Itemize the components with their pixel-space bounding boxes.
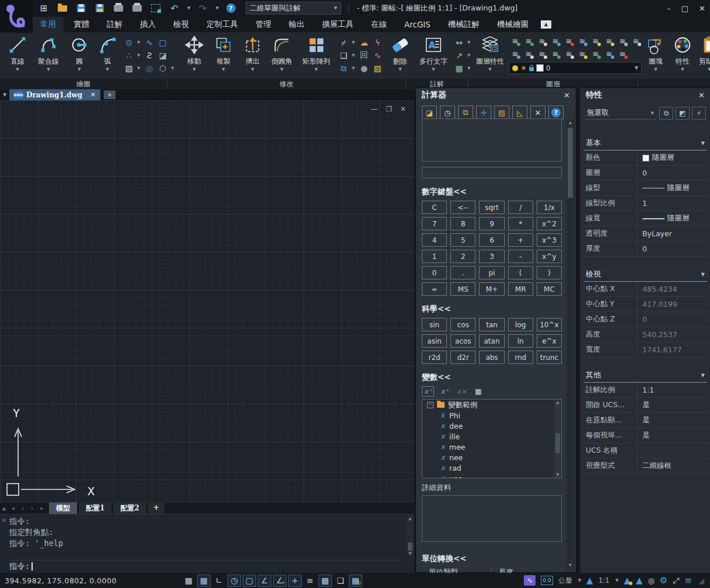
calc-key-*[interactable]: * — [508, 217, 533, 230]
calc-key-0[interactable]: 0 — [422, 266, 447, 279]
scroll-up-icon[interactable]: ▲ — [407, 516, 414, 522]
scroll-down-icon[interactable]: ▼ — [566, 562, 574, 569]
section-header-基本[interactable]: 基本▼ — [583, 136, 707, 150]
calc-key-9[interactable]: 9 — [479, 217, 504, 230]
prev-layout-icon[interactable]: ‹ — [19, 505, 27, 512]
calc-key-x^y[interactable]: x^y — [537, 250, 562, 263]
property-value[interactable]: 是 — [637, 428, 707, 443]
chevron-down-icon[interactable]: ▼ — [280, 67, 283, 72]
variable-row-dee[interactable]: xdee — [422, 421, 561, 431]
polyline-button[interactable]: 聚合線▼ — [32, 32, 65, 78]
layout-tab-配置2[interactable]: 配置2 — [113, 502, 146, 514]
layout-tab-模型[interactable]: 模型 — [49, 502, 77, 514]
calc-key-M+[interactable]: M+ — [479, 282, 504, 296]
table-button[interactable]: ▦ — [454, 63, 464, 74]
chevron-down-icon[interactable]: ▼ — [681, 67, 684, 72]
calculator-close-icon[interactable]: ✕ — [564, 91, 570, 100]
doc-minimize-button[interactable]: — — [370, 105, 377, 113]
redo-button[interactable]: ↷ — [196, 2, 209, 14]
calc-key-pi[interactable]: pi — [479, 266, 504, 279]
unit-conversion-label[interactable]: 單位轉換<< — [422, 554, 562, 564]
new-variable-icon[interactable]: x⁺ — [422, 386, 434, 397]
calc-key-atan[interactable]: atan — [479, 334, 504, 348]
document-tab-close-icon[interactable]: ✕ — [90, 91, 96, 99]
leader-button[interactable]: ↗ — [454, 50, 464, 61]
property-value[interactable]: 二維線框 — [637, 459, 707, 473]
circle-button[interactable]: 圓▼ — [65, 32, 93, 78]
chevron-down-icon[interactable]: ▼ — [137, 53, 141, 58]
undo-button[interactable]: ↶ — [168, 2, 181, 14]
chevron-down-icon[interactable]: ▼ — [352, 66, 356, 71]
property-value[interactable] — [637, 443, 707, 458]
layer-tool-icon-0-8[interactable]: ≋ — [616, 35, 629, 47]
scientific-section-label[interactable]: 科學<< — [422, 304, 562, 314]
calc-key-<--[interactable]: <-- — [450, 201, 475, 214]
calc-key-4[interactable]: 4 — [422, 233, 447, 247]
calc-key-MR[interactable]: MR — [508, 282, 533, 296]
point-button[interactable]: ∴ — [124, 50, 134, 61]
layer-tool-icon-0-5[interactable]: ≋ — [576, 35, 589, 47]
chevron-down-icon[interactable]: ▼ — [251, 67, 254, 72]
annotation-monitor-icon[interactable]: ▦↻ — [349, 575, 362, 587]
chevron-down-icon[interactable]: ▼ — [708, 67, 710, 72]
units-display-icon[interactable]: 0.0 — [541, 576, 552, 585]
command-scrollbar[interactable]: ▲ ▼ — [407, 516, 414, 556]
chevron-down-icon[interactable]: ▼ — [137, 66, 141, 71]
property-value[interactable]: 1741.6177 — [637, 342, 707, 357]
layer-dropdown[interactable]: ☀ 0 ▼ — [509, 62, 642, 74]
chevron-down-icon[interactable]: ▼ — [314, 67, 317, 72]
save-button[interactable] — [75, 2, 88, 14]
ribbon-tab-ArcGIS[interactable]: ArcGIS — [397, 18, 438, 32]
annotation-scale-icon[interactable]: ▲ — [586, 576, 593, 585]
calc-key-/[interactable]: / — [508, 201, 533, 214]
calc-key-sin[interactable]: sin — [422, 318, 447, 331]
calc-key-1/x[interactable]: 1/x — [537, 201, 562, 214]
ribbon-tab-機械註解[interactable]: 機械註解 — [440, 17, 487, 32]
donut-button[interactable]: ◎ — [144, 63, 155, 74]
chevron-down-icon[interactable]: ▼ — [193, 67, 195, 72]
calculator-input-box[interactable] — [422, 167, 562, 178]
chevron-down-icon[interactable]: ▼ — [78, 67, 81, 72]
ribbon-collapse-button[interactable]: ▲ — [541, 20, 551, 29]
chevron-down-icon[interactable]: ▼ — [701, 272, 705, 277]
scroll-up-icon[interactable]: ▲ — [566, 120, 574, 126]
variables-section-label[interactable]: 變數<< — [422, 372, 562, 383]
dynamic-ucs-icon[interactable]: ❏ — [334, 575, 347, 587]
layer-tool-icon-1-3[interactable]: ≋ — [549, 48, 562, 60]
section-header-其他[interactable]: 其他▼ — [583, 368, 707, 383]
chevron-down-icon[interactable]: ▼ — [222, 67, 225, 72]
calc-key-sqrt[interactable]: sqrt — [479, 201, 504, 214]
ribbon-tab-機械繪圖[interactable]: 機械繪圖 — [489, 17, 536, 32]
chevron-down-icon[interactable]: ▼ — [398, 67, 401, 72]
layer-tool-icon-1-5[interactable]: ≋ — [576, 48, 589, 60]
property-value[interactable]: 0 — [637, 166, 707, 180]
calculator-scrollbar[interactable]: ▲ ▼ — [566, 120, 574, 569]
scroll-down-icon[interactable]: ▼ — [554, 472, 561, 478]
lineweight-display-icon[interactable]: ≡ — [303, 575, 317, 587]
mtext-button[interactable]: A多行文字▼ — [415, 32, 452, 78]
chevron-down-icon[interactable]: ▼ — [467, 53, 471, 58]
calc-clear-button[interactable]: ◪ — [422, 106, 437, 120]
calc-key-([interactable]: ( — [508, 266, 533, 279]
calc-key-7[interactable]: 7 — [422, 217, 447, 230]
collapse-icon[interactable]: ▲ — [0, 506, 8, 511]
layer-tool-icon-1-7[interactable]: ≋ — [603, 48, 615, 60]
layer-tool-icon-1-6[interactable]: ≋ — [589, 48, 602, 60]
ribbon-tab-管理[interactable]: 管理 — [248, 17, 279, 32]
erase-button[interactable]: 刪除▼ — [385, 32, 415, 78]
calc-key--[interactable]: - — [508, 250, 533, 263]
calc-history-button[interactable]: ◷ — [440, 106, 455, 120]
chevron-down-icon[interactable]: ▼ — [467, 40, 471, 45]
scroll-thumb[interactable] — [408, 542, 412, 551]
calc-key-5[interactable]: 5 — [450, 233, 475, 247]
ribbon-tab-實體[interactable]: 實體 — [66, 17, 97, 32]
calc-key-1[interactable]: 1 — [422, 250, 447, 263]
ribbon-tab-擴展工具[interactable]: 擴展工具 — [314, 17, 361, 32]
stretch-button[interactable]: 擠出▼ — [238, 32, 267, 78]
variable-row-Phi[interactable]: kPhi — [422, 410, 561, 421]
calc-key-e^x[interactable]: e^x — [537, 334, 562, 348]
ribbon-tab-檢視[interactable]: 檢視 — [166, 17, 197, 32]
calc-key-3[interactable]: 3 — [479, 250, 504, 263]
array-button[interactable]: 矩形陣列▼ — [296, 32, 336, 78]
paste-to-command-button[interactable]: ⧉ — [458, 106, 473, 120]
